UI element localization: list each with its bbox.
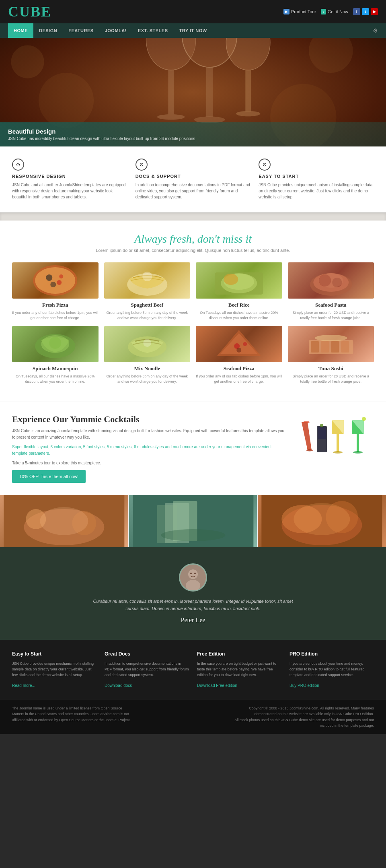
food-image-tuna <box>288 326 374 362</box>
product-tour-link[interactable]: ▶ Product Tour <box>283 9 316 14</box>
svg-rect-9 <box>206 67 213 117</box>
svg-point-19 <box>59 274 63 278</box>
footer-col-easy: Easy to Start JSN Cube provides unique m… <box>12 651 96 689</box>
feature-docs: ⊙ DOCS & SUPPORT In addition to comprehe… <box>136 159 251 200</box>
food-card-rice[interactable]: Beef Rice On Tuesdays all our dishes hav… <box>196 262 282 320</box>
footer-docs-text: In addition to comprehensive documentati… <box>105 661 189 678</box>
svg-point-1 <box>11 45 44 78</box>
nav-joomla[interactable]: JOOMLA! <box>99 23 132 38</box>
food-desc-pizza: If you order any of our fab dishes befor… <box>12 310 99 320</box>
footer-docs-link[interactable]: Download docs <box>105 683 132 688</box>
svg-rect-42 <box>311 341 319 353</box>
food-name-pasta: Seafood Pasta <box>288 302 374 308</box>
testimonial-section: Curabitur mi ante, convallis sit amet er… <box>0 547 386 639</box>
svg-point-16 <box>46 274 52 281</box>
food-image-spinach <box>12 326 99 362</box>
hero-section: Beautiful Design JSN Cube has incredibly… <box>0 38 386 146</box>
nav-try-it-now[interactable]: TRY IT NOW <box>173 23 212 38</box>
svg-point-25 <box>224 274 238 285</box>
feature-docs-title: DOCS & SUPPORT <box>136 174 251 179</box>
product-tour-icon: ▶ <box>283 9 290 14</box>
footer-photos-text: All stock photos used on this JSN Cube d… <box>233 717 374 729</box>
nav-ext-styles[interactable]: EXT. STYLES <box>132 23 174 38</box>
feature-docs-text: In addition to comprehensive documentati… <box>136 182 251 200</box>
twitter-icon[interactable]: t <box>362 8 369 15</box>
food-name-spinach: Spinach Mannequin <box>12 365 99 372</box>
features-row: ⊙ RESPONSIVE DESIGN JSN Cube and all ano… <box>0 146 386 212</box>
svg-point-30 <box>319 273 343 288</box>
feature-easy-title: EASY TO START <box>259 174 374 179</box>
food-card-pasta[interactable]: Seafood Pasta Simply place an order for … <box>288 262 374 320</box>
feature-easy-text: JSN Cube provides unique mechanism of in… <box>259 182 374 200</box>
svg-rect-50 <box>318 427 326 439</box>
avatar <box>179 563 207 592</box>
food-card-seafood-pizza[interactable]: Seafood Pizza If you order any of our fa… <box>196 326 282 384</box>
svg-point-69 <box>294 503 350 535</box>
food-desc-spinach: On Tuesdays, all our dishes have a massi… <box>12 374 99 384</box>
youtube-icon[interactable]: ▶ <box>371 8 378 15</box>
svg-point-7 <box>157 114 185 120</box>
section-subtitle: Lorem ipsum dolor sit amet, consectetur … <box>12 248 374 253</box>
food-card-spaghetti[interactable]: Spaghetti Beef Order anything before 3pm… <box>104 262 191 320</box>
svg-point-52 <box>333 451 343 454</box>
get-it-now-link[interactable]: ↓ Get it Now <box>321 9 348 14</box>
cocktails-link[interactable]: Super flexible layout, 6 colors variatio… <box>12 445 271 456</box>
feature-responsive-text: JSN Cube and all another JoomlaShine tem… <box>12 182 127 200</box>
svg-point-13 <box>236 111 260 117</box>
cocktails-desc: JSN Cube is an amazing Joomla template w… <box>12 428 285 441</box>
footer-columns: Easy to Start JSN Cube provides unique m… <box>0 640 386 700</box>
svg-point-15 <box>35 267 75 294</box>
gallery-item-2 <box>129 495 257 547</box>
nav-design[interactable]: DESIGN <box>33 23 63 38</box>
food-name-spaghetti: Spaghetti Beef <box>104 302 191 308</box>
food-card-pizza[interactable]: Fresh Pizza If you order any of our fab … <box>12 262 99 320</box>
hero-overlay: Beautiful Design JSN Cube has incredibly… <box>0 122 386 146</box>
settings-icon[interactable]: ⚙ <box>373 27 378 34</box>
svg-rect-6 <box>168 70 174 114</box>
nav-items: HOME DESIGN FEATURES JOOMLA! EXT. STYLES… <box>8 23 213 38</box>
easy-icon: ⊙ <box>259 159 271 171</box>
bottom-footer: The Joomla! name is used under a limited… <box>0 700 386 734</box>
food-gallery <box>0 495 386 547</box>
section-divider <box>0 212 386 221</box>
food-card-noodle[interactable]: Mix Noodle Order anything before 3pm on … <box>104 326 191 384</box>
cocktails-title: Exprience Our Yummie Cocktails <box>12 414 285 425</box>
footer-free-link[interactable]: Download Free edition <box>197 683 237 688</box>
food-image-seafood-pizza <box>196 326 282 362</box>
get-it-now-icon: ↓ <box>321 9 326 14</box>
svg-point-2 <box>39 73 94 128</box>
cocktail-glasses-image <box>294 414 374 462</box>
svg-rect-44 <box>331 341 339 353</box>
cocktails-section: Exprience Our Yummie Cocktails JSN Cube … <box>0 402 386 495</box>
cocktails-left: Exprience Our Yummie Cocktails JSN Cube … <box>12 414 285 483</box>
footer-easy-text: JSN Cube provides unique mechanism of in… <box>12 661 96 678</box>
food-desc-pasta: Simply place an order for 20 USD and rec… <box>288 310 374 320</box>
food-name-seafood-pizza: Seafood Pizza <box>196 365 282 372</box>
social-icons: f t ▶ <box>353 8 378 15</box>
food-card-tuna[interactable]: Tuna Sushi Simply place an order for 20 … <box>288 326 374 384</box>
food-card-spinach[interactable]: Spinach Mannequin On Tuesdays, all our d… <box>12 326 99 384</box>
cta-button[interactable]: 10% OFF! Taste them all now! <box>12 470 86 483</box>
footer-pro-link[interactable]: Buy PRO edition <box>290 683 319 688</box>
hero-subtitle: JSN Cube has incredibly beautiful clean … <box>8 136 378 141</box>
svg-rect-43 <box>321 341 329 353</box>
svg-point-74 <box>194 573 196 574</box>
footer-free-title: Free Edition <box>197 651 281 657</box>
top-right-actions: ▶ Product Tour ↓ Get it Now f t ▶ <box>283 8 378 15</box>
section-title: Always fresh, don't miss it <box>12 233 374 245</box>
footer-easy-link[interactable]: Read more... <box>12 683 35 688</box>
testimonial-name: Peter Lee <box>12 616 374 624</box>
svg-point-64 <box>161 529 225 541</box>
food-desc-rice: On Tuesdays all our dishes have a massiv… <box>196 310 282 320</box>
nav-features[interactable]: FEATURES <box>63 23 99 38</box>
gallery-item-3 <box>258 495 386 547</box>
svg-point-71 <box>188 569 198 579</box>
nav-bar: HOME DESIGN FEATURES JOOMLA! EXT. STYLES… <box>0 23 386 38</box>
svg-point-53 <box>353 451 363 454</box>
nav-home[interactable]: HOME <box>8 23 33 38</box>
get-it-now-label: Get it Now <box>328 9 348 14</box>
testimonial-quote: Curabitur mi ante, convallis sit amet er… <box>92 598 294 612</box>
facebook-icon[interactable]: f <box>353 8 360 15</box>
food-desc-noodle: Order anything before 3pm on any day of … <box>104 374 191 384</box>
svg-point-54 <box>362 417 366 421</box>
